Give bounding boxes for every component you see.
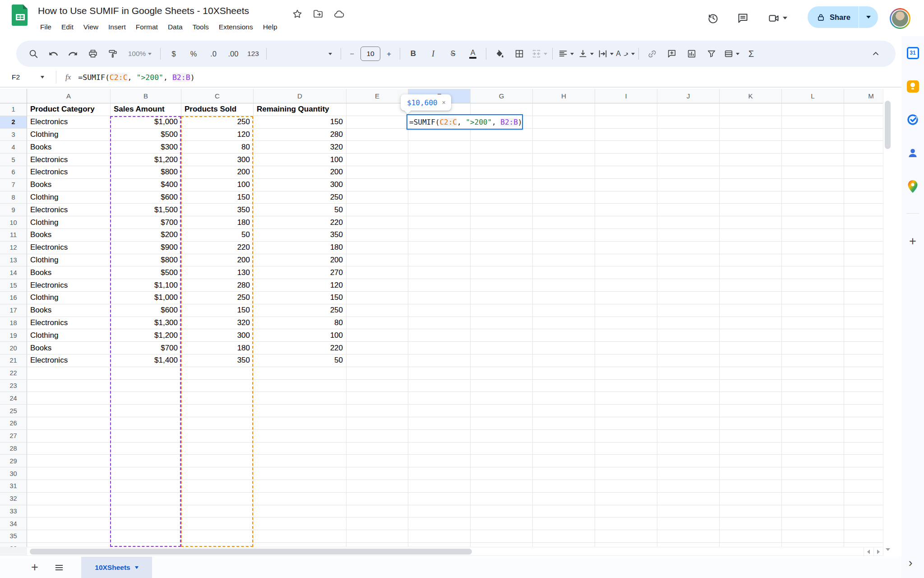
cell-A15[interactable]: Electronics (27, 279, 111, 292)
cell-D30[interactable] (254, 467, 346, 480)
cell-F26[interactable] (408, 417, 471, 430)
cell-I10[interactable] (595, 216, 657, 229)
cell-M10[interactable] (844, 216, 883, 229)
row-header-16[interactable]: 16 (0, 292, 27, 304)
cell-I3[interactable] (595, 129, 657, 141)
cell-I15[interactable] (595, 279, 657, 292)
cell-E8[interactable] (346, 191, 408, 204)
cell-I22[interactable] (595, 367, 657, 380)
cell-D24[interactable] (254, 392, 346, 405)
cell-E19[interactable] (346, 329, 408, 342)
cell-F3[interactable] (408, 129, 471, 141)
cell-F12[interactable] (408, 242, 471, 254)
cell-A33[interactable] (27, 505, 111, 518)
cell-H14[interactable] (533, 266, 595, 279)
cell-H19[interactable] (533, 329, 595, 342)
cell-B13[interactable]: $800 (111, 254, 181, 267)
cell-B30[interactable] (111, 467, 181, 480)
cell-C6[interactable]: 200 (181, 166, 254, 179)
cell-L25[interactable] (782, 405, 844, 417)
cell-L22[interactable] (782, 367, 844, 380)
row-header-18[interactable]: 18 (0, 317, 27, 330)
cell-H22[interactable] (533, 367, 595, 380)
cell-C13[interactable]: 200 (181, 254, 254, 267)
cell-J36[interactable] (657, 543, 720, 547)
cell-G18[interactable] (471, 317, 533, 330)
cell-G22[interactable] (471, 367, 533, 380)
cell-B4[interactable]: $300 (111, 141, 181, 154)
cell-J20[interactable] (657, 342, 720, 354)
cell-D10[interactable]: 220 (254, 216, 346, 229)
cell-A29[interactable] (27, 455, 111, 467)
cell-G16[interactable] (471, 292, 533, 304)
cell-G28[interactable] (471, 443, 533, 455)
cell-F8[interactable] (408, 191, 471, 204)
cell-D35[interactable] (254, 530, 346, 543)
cell-F10[interactable] (408, 216, 471, 229)
cell-E4[interactable] (346, 141, 408, 154)
cell-G19[interactable] (471, 329, 533, 342)
cell-G9[interactable] (471, 204, 533, 216)
cell-F31[interactable] (408, 480, 471, 493)
print-button[interactable] (83, 45, 103, 63)
menu-help[interactable]: Help (258, 20, 282, 34)
cell-L10[interactable] (782, 216, 844, 229)
cell-editor-F2[interactable]: =SUMIF(C2:C, ">200", B2:B) (407, 114, 523, 130)
cell-J26[interactable] (657, 417, 720, 430)
cell-B12[interactable]: $900 (111, 242, 181, 254)
cell-F15[interactable] (408, 279, 471, 292)
horizontal-scrollbar[interactable] (27, 547, 883, 556)
cell-J19[interactable] (657, 329, 720, 342)
cell-K28[interactable] (720, 443, 782, 455)
cell-J8[interactable] (657, 191, 720, 204)
cell-J18[interactable] (657, 317, 720, 330)
cell-C24[interactable] (181, 392, 254, 405)
column-header-K[interactable]: K (720, 89, 782, 103)
cell-G17[interactable] (471, 304, 533, 317)
cell-G8[interactable] (471, 191, 533, 204)
cell-B21[interactable]: $1,400 (111, 354, 181, 367)
cell-A24[interactable] (27, 392, 111, 405)
cell-J29[interactable] (657, 455, 720, 467)
column-header-A[interactable]: A (27, 89, 111, 103)
row-header-7[interactable]: 7 (0, 179, 27, 191)
cell-L13[interactable] (782, 254, 844, 267)
row-header-23[interactable]: 23 (0, 380, 27, 392)
cell-A4[interactable]: Books (27, 141, 111, 154)
cell-D29[interactable] (254, 455, 346, 467)
cell-B9[interactable]: $1,500 (111, 204, 181, 216)
cell-H11[interactable] (533, 229, 595, 242)
cell-F17[interactable] (408, 304, 471, 317)
cell-K7[interactable] (720, 179, 782, 191)
cell-K10[interactable] (720, 216, 782, 229)
cell-M12[interactable] (844, 242, 883, 254)
menu-extensions[interactable]: Extensions (214, 20, 258, 34)
fill-color-button[interactable] (490, 45, 509, 63)
cell-K14[interactable] (720, 266, 782, 279)
cell-J25[interactable] (657, 405, 720, 417)
cell-M29[interactable] (844, 455, 883, 467)
cell-E3[interactable] (346, 129, 408, 141)
cell-E23[interactable] (346, 380, 408, 392)
cell-B35[interactable] (111, 530, 181, 543)
sheet-tab-active[interactable]: 10XSheets (81, 557, 152, 578)
preview-close-icon[interactable]: × (442, 99, 445, 106)
cell-J9[interactable] (657, 204, 720, 216)
scroll-down-button[interactable] (883, 545, 892, 554)
cell-A32[interactable] (27, 493, 111, 505)
cell-L23[interactable] (782, 380, 844, 392)
cell-C20[interactable]: 180 (181, 342, 254, 354)
cell-K29[interactable] (720, 455, 782, 467)
row-header-19[interactable]: 19 (0, 329, 27, 342)
cell-E18[interactable] (346, 317, 408, 330)
cell-J28[interactable] (657, 443, 720, 455)
cell-D14[interactable]: 270 (254, 266, 346, 279)
hide-menus-button[interactable] (866, 45, 886, 63)
cell-I5[interactable] (595, 154, 657, 166)
cell-G7[interactable] (471, 179, 533, 191)
cell-M6[interactable] (844, 166, 883, 179)
cell-H7[interactable] (533, 179, 595, 191)
row-header-28[interactable]: 28 (0, 443, 27, 455)
row-header-9[interactable]: 9 (0, 204, 27, 216)
row-header-11[interactable]: 11 (0, 229, 27, 242)
